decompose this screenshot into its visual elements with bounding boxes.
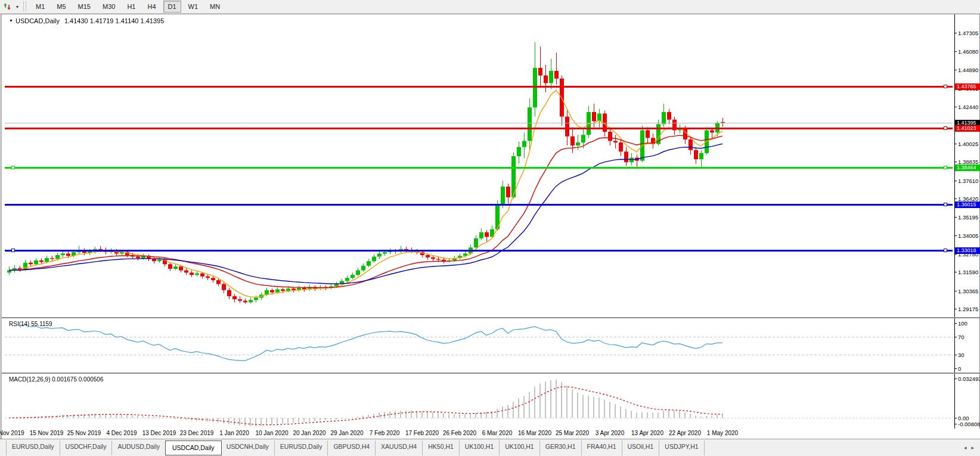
price-tick-dash [954, 254, 957, 255]
chart-tab-bar: EURUSD,DailyUSDCHF,DailyAUDUSD,DailyUSDC… [0, 439, 980, 456]
panel-separator[interactable] [2, 373, 980, 374]
chart-tab-usdjpy-h1[interactable]: USDJPY,H1 [659, 441, 704, 455]
price-marker: 1.41023 [955, 125, 980, 132]
price-tick-dash [954, 235, 957, 236]
timeframe-buttons: M1M5M15M30H1H4D1W1MN [30, 1, 226, 13]
chart-tabs: EURUSD,DailyUSDCHF,DailyAUDUSD,DailyUSDC… [6, 441, 705, 455]
time-axis-label: 6 Nov 2019 [0, 430, 24, 436]
time-axis[interactable]: 6 Nov 201915 Nov 201925 Nov 20194 Dec 20… [2, 429, 980, 439]
rsi-tick-label: 70 [958, 334, 965, 340]
toolbar-grip[interactable] [23, 2, 26, 11]
time-axis-label: 10 Jan 2020 [255, 430, 288, 436]
time-axis-label: 25 Nov 2019 [67, 430, 101, 436]
timeframe-button-d1[interactable]: D1 [163, 1, 181, 13]
price-tick-dash [954, 144, 957, 144]
macd-canvas[interactable] [5, 374, 953, 429]
timeframe-button-mn[interactable]: MN [205, 1, 225, 13]
price-tick-dash [954, 198, 957, 199]
rsi-tick-dash [954, 323, 957, 324]
time-axis-label: 3 Apr 2020 [596, 430, 624, 436]
tab-scroll-left-icon[interactable]: ◂ [964, 445, 967, 451]
rsi-tick-dash [954, 337, 957, 337]
price-tick-dash [954, 70, 957, 70]
rsi-tick-label: 0 [958, 365, 961, 372]
chart-tab-gbpusd-h4[interactable]: GBPUSD,H4 [328, 441, 376, 455]
chart-tab-fra40-h1[interactable]: FRA40,H1 [582, 441, 622, 455]
tab-scroll-right-icon[interactable]: ▸ [971, 445, 974, 451]
price-tick-dash [954, 217, 957, 218]
dropdown-caret-icon[interactable]: ▾ [14, 4, 21, 10]
symbols-arrows-icon[interactable] [2, 1, 14, 12]
chart-tab-uk100-h1[interactable]: UK100,H1 [500, 441, 539, 455]
time-axis-label: 13 Apr 2020 [631, 430, 663, 436]
time-axis-label: 7 Feb 2020 [370, 430, 400, 436]
timeframe-button-m30[interactable]: M30 [98, 1, 120, 13]
chart-symbol-label: USDCAD,Daily [15, 17, 60, 24]
time-axis-label: 1 May 2020 [707, 430, 738, 436]
price-marker: 1.43765 [955, 83, 980, 90]
chart-tab-eurusd-daily[interactable]: EURUSD,Daily [275, 441, 328, 455]
timeframe-button-w1[interactable]: W1 [184, 1, 203, 13]
price-marker: 1.38464 [955, 165, 980, 171]
time-axis-label: 20 Jan 2020 [293, 430, 325, 436]
timeframe-button-m1[interactable]: M1 [31, 1, 49, 13]
up-down-arrows-icon [4, 2, 12, 11]
chart-ohlc-values: 1.41430 1.41719 1.41140 1.41395 [64, 17, 164, 24]
chart-title: ▼USDCAD,Daily1.41430 1.41719 1.41140 1.4… [9, 17, 164, 24]
time-axis-label: 16 Mar 2020 [518, 430, 551, 436]
price-tick-label: 1.37610 [958, 178, 978, 184]
price-tick-dash [954, 33, 957, 33]
macd-label: MACD(12,26,9) 0.001675 0.000506 [9, 376, 103, 383]
time-axis-label: 22 Apr 2020 [669, 430, 701, 436]
price-tick-label: 1.35195 [958, 214, 978, 221]
collapse-arrow-icon[interactable]: ▼ [9, 18, 13, 23]
timeframe-button-h1[interactable]: H1 [122, 1, 140, 13]
main-chart-canvas[interactable] [5, 15, 953, 317]
time-axis-label: 29 Jan 2020 [330, 430, 363, 436]
price-tick-dash [954, 309, 957, 309]
chart-tab-audusd-daily[interactable]: AUDUSD,Daily [112, 441, 166, 455]
price-tick-label: 1.31590 [958, 269, 978, 275]
chart-tab-eurusd-daily[interactable]: EURUSD,Daily [6, 441, 60, 455]
price-tick-label: 1.47305 [958, 30, 978, 36]
panel-separator[interactable] [2, 317, 980, 318]
rsi-tick-dash [954, 368, 957, 369]
mt4-window: ▾ M1M5M15M30H1H4D1W1MN ▼USDCAD,Daily1.41… [0, 0, 980, 456]
chart-tab-hk50-h1[interactable]: HK50,H1 [423, 441, 460, 455]
chart-tab-xauusd-h4[interactable]: XAUUSD,H4 [376, 441, 423, 455]
price-tick-label: 1.30365 [958, 288, 978, 294]
price-tick-label: 1.44890 [958, 67, 978, 73]
chart-tab-uk100-h1[interactable]: UK100,H1 [460, 441, 500, 455]
time-axis-label: 1 Jan 2020 [219, 430, 249, 436]
chart-tab-ger30-h1[interactable]: GER30,H1 [540, 441, 582, 455]
chart-tab-usdcad-daily[interactable]: USDCAD,Daily [165, 441, 222, 455]
time-axis-label: 25 Mar 2020 [556, 430, 589, 436]
rsi-canvas[interactable] [5, 318, 953, 373]
timeframe-button-m15[interactable]: M15 [73, 1, 95, 13]
time-axis-label: 6 Mar 2020 [482, 430, 513, 436]
macd-tick-dash [954, 424, 957, 424]
timeframe-button-m5[interactable]: M5 [52, 1, 70, 13]
macd-tick-label: -0.008086 [958, 421, 980, 427]
chart-tab-usdcnh-daily[interactable]: USDCNH,Daily [221, 441, 275, 455]
chart-tab-usdchf-daily[interactable]: USDCHF,Daily [60, 441, 113, 455]
timeframe-toolbar: ▾ M1M5M15M30H1H4D1W1MN [0, 0, 980, 14]
time-axis-label: 17 Feb 2020 [405, 430, 439, 436]
macd-tick-label: 0.032493 [958, 376, 980, 382]
price-marker: 1.33018 [955, 247, 980, 254]
price-marker: 1.36015 [955, 201, 980, 208]
price-tick-dash [954, 291, 957, 291]
chart-tab-usoil-h1[interactable]: USOil,H1 [622, 441, 660, 455]
time-axis-label: 4 Dec 2019 [106, 430, 137, 436]
timeframe-button-h4[interactable]: H4 [142, 1, 160, 13]
price-axis-border [954, 14, 955, 429]
time-axis-label: 15 Nov 2019 [30, 430, 64, 436]
time-axis-label: 13 Dec 2019 [142, 430, 176, 436]
chart-window: ▼USDCAD,Daily1.41430 1.41719 1.41140 1.4… [0, 14, 980, 439]
rsi-tick-label: 100 [958, 320, 967, 327]
price-tick-dash [954, 272, 957, 272]
rsi-label: RSI(14) 55.1159 [9, 321, 52, 327]
price-tick-dash [954, 51, 957, 52]
price-tick-label: 1.29175 [958, 306, 978, 312]
price-tick-dash [954, 162, 957, 162]
